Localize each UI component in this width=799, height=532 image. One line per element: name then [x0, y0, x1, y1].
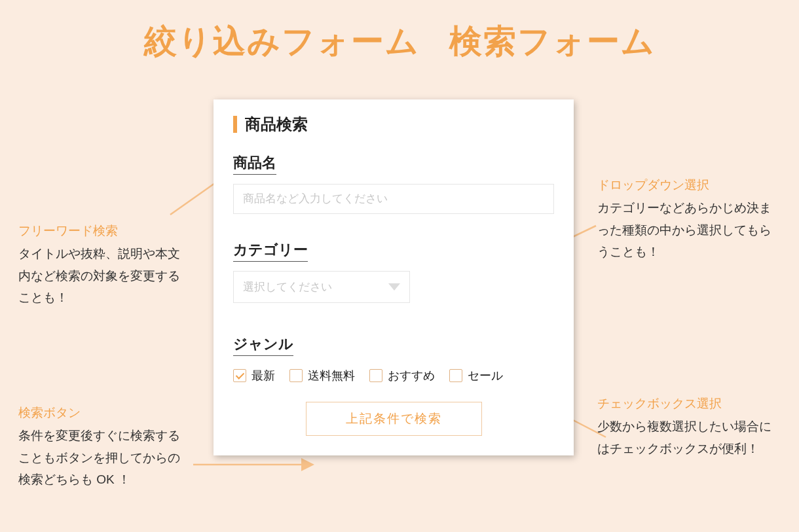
- category-select-placeholder: 選択してください: [243, 279, 332, 294]
- category-label: カテゴリー: [233, 240, 308, 262]
- callout-search-button: 検索ボタン 条件を変更後すぐに検索することもボタンを押してからの検索どちらも O…: [18, 402, 189, 490]
- title-left: 絞り込みフォーム: [144, 20, 420, 63]
- checkbox-recommended[interactable]: おすすめ: [369, 368, 435, 383]
- checkbox-icon: [449, 369, 462, 382]
- title-right: 検索フォーム: [449, 20, 656, 63]
- product-name-label: 商品名: [233, 153, 276, 175]
- chevron-down-icon: [388, 283, 400, 291]
- search-submit-button[interactable]: 上記条件で検索: [306, 402, 482, 436]
- callout-checkbox-title: チェックボックス選択: [597, 393, 781, 414]
- callout-checkbox-body: 少数から複数選択したい場合にはチェックボックスが便利！: [597, 416, 781, 459]
- genre-label: ジャンル: [233, 334, 293, 356]
- callout-button-body: 条件を変更後すぐに検索することもボタンを押してからの検索どちらも OK ！: [18, 425, 189, 490]
- card-heading: 商品検索: [233, 114, 554, 135]
- product-name-input[interactable]: [233, 184, 554, 214]
- accent-bar-icon: [233, 116, 237, 133]
- callout-freeword-title: フリーワード検索: [18, 220, 189, 241]
- callout-freeword: フリーワード検索 タイトルや抜粋、説明や本文内など検索の対象を変更することも！: [18, 220, 189, 308]
- checkbox-free-shipping[interactable]: 送料無料: [289, 368, 355, 383]
- search-form-card: 商品検索 商品名 カテゴリー 選択してください ジャンル 最新 送料無料 おすす…: [214, 99, 574, 455]
- callout-dropdown-title: ドロップダウン選択: [597, 174, 781, 196]
- callout-checkbox: チェックボックス選択 少数から複数選択したい場合にはチェックボックスが便利！: [597, 393, 781, 459]
- checkbox-label: 送料無料: [308, 368, 355, 383]
- genre-checkbox-row: 最新 送料無料 おすすめ セール: [233, 368, 554, 383]
- card-heading-text: 商品検索: [245, 114, 308, 135]
- callout-dropdown: ドロップダウン選択 カテゴリーなどあらかじめ決まった種類の中から選択してもらうこ…: [597, 174, 781, 262]
- callout-dropdown-body: カテゴリーなどあらかじめ決まった種類の中から選択してもらうことも！: [597, 197, 781, 262]
- checkbox-label: おすすめ: [388, 368, 435, 383]
- checkbox-latest[interactable]: 最新: [233, 368, 275, 383]
- category-select[interactable]: 選択してください: [233, 271, 410, 303]
- checkbox-label: セール: [468, 368, 503, 383]
- checkbox-icon: [369, 369, 382, 382]
- page-title: 絞り込みフォーム 検索フォーム: [0, 0, 799, 63]
- checkbox-sale[interactable]: セール: [449, 368, 503, 383]
- callout-freeword-body: タイトルや抜粋、説明や本文内など検索の対象を変更することも！: [18, 243, 189, 308]
- checkbox-icon: [289, 369, 303, 382]
- callout-button-title: 検索ボタン: [18, 402, 189, 423]
- checkbox-icon: [233, 369, 246, 382]
- checkbox-label: 最新: [251, 368, 275, 383]
